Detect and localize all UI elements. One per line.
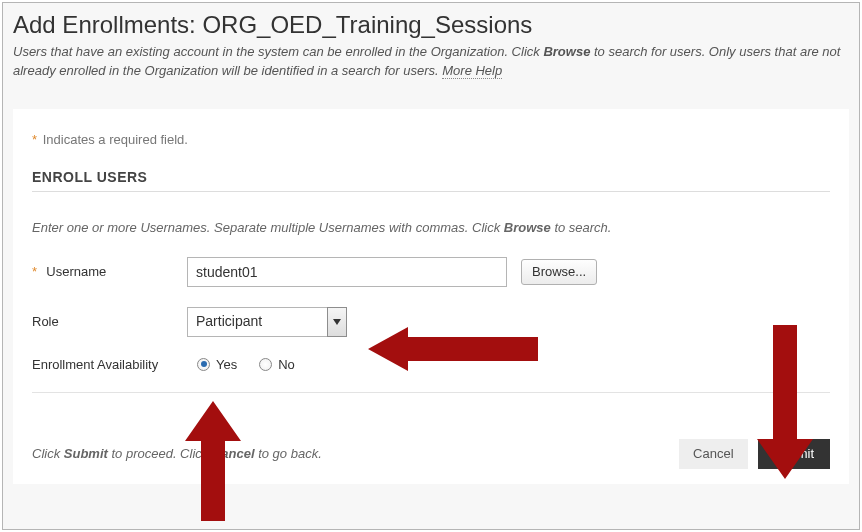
more-help-link[interactable]: More Help [442,63,502,79]
svg-marker-0 [333,319,341,325]
page-description: Users that have an existing account in t… [13,43,849,81]
radio-icon[interactable] [259,358,272,371]
footer-instr-2: to proceed. Click [108,446,212,461]
footer-instructions: Click Submit to proceed. Click Cancel to… [32,446,322,461]
page-title: Add Enrollments: ORG_OED_Training_Sessio… [13,11,849,39]
sub-instr-part-2: to search. [551,220,612,235]
desc-part-1: Users that have an existing account in t… [13,44,543,59]
cancel-button[interactable]: Cancel [679,439,747,469]
sub-instr-part-1: Enter one or more Usernames. Separate mu… [32,220,504,235]
username-input[interactable] [187,257,507,287]
chevron-down-icon[interactable] [327,307,347,337]
required-field-note: * Indicates a required field. [32,132,830,147]
row-enrollment-availability: Enrollment Availability Yes No [32,357,830,372]
footer-instr-submit: Submit [64,446,108,461]
footer-buttons: Cancel Submit [679,439,830,469]
desc-browse-word: Browse [543,44,590,59]
browse-button[interactable]: Browse... [521,259,597,285]
required-star-icon: * [32,264,37,279]
availability-yes-option[interactable]: Yes [197,357,237,372]
availability-radio-group: Yes No [197,357,295,372]
role-label: Role [32,314,187,329]
section-title-enroll-users: ENROLL USERS [32,169,830,192]
required-field-text: Indicates a required field. [43,132,188,147]
username-label: * Username [32,264,187,279]
availability-no-option[interactable]: No [259,357,295,372]
required-star-icon: * [32,132,37,147]
availability-yes-label: Yes [216,357,237,372]
role-select[interactable]: Participant [187,307,347,337]
footer-instr-3: to go back. [255,446,322,461]
footer-instr-cancel: Cancel [212,446,255,461]
radio-icon[interactable] [197,358,210,371]
availability-no-label: No [278,357,295,372]
enrollment-availability-label: Enrollment Availability [32,357,197,372]
footer-instr-1: Click [32,446,64,461]
submit-button[interactable]: Submit [758,439,830,469]
sub-instr-browse: Browse [504,220,551,235]
enroll-instructions: Enter one or more Usernames. Separate mu… [32,220,830,235]
row-role: Role Participant [32,307,830,337]
row-username: * Username Browse... [32,257,830,287]
username-label-text: Username [46,264,106,279]
role-select-value: Participant [187,307,327,337]
